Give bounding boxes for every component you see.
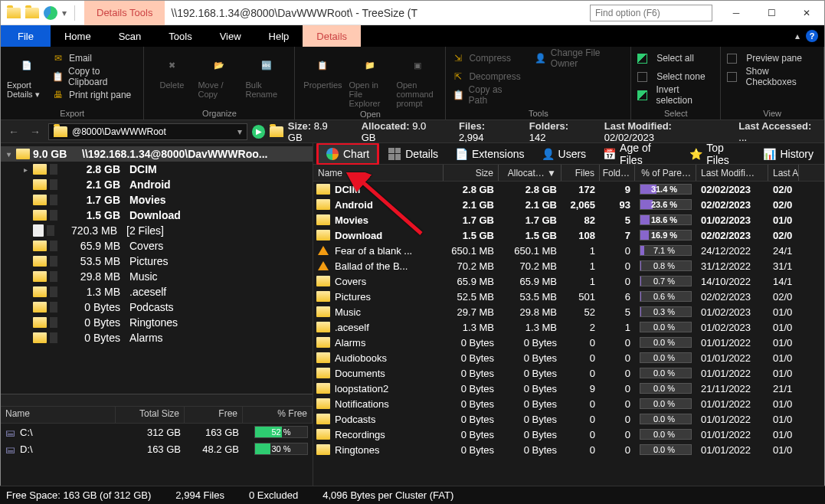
nav-back-icon[interactable]: ← xyxy=(5,126,22,138)
tab-chart[interactable]: Chart xyxy=(316,143,379,165)
col-allocated[interactable]: Allocat… ▼ xyxy=(499,165,561,181)
menu-home[interactable]: Home xyxy=(51,25,105,47)
export-details-button[interactable]: 📄 Export Details ▾ xyxy=(7,50,47,100)
list-item[interactable]: Documents0 Bytes0 Bytes000.0 %01/01/2022… xyxy=(313,365,824,381)
menu-scan[interactable]: Scan xyxy=(105,25,156,47)
menu-details[interactable]: Details xyxy=(303,25,361,47)
list-item[interactable]: Podcasts0 Bytes0 Bytes000.0 %01/01/20220… xyxy=(313,411,824,427)
col-modified[interactable]: Last Modifi… xyxy=(696,165,768,181)
col-name[interactable]: Name xyxy=(313,165,444,181)
col-files[interactable]: Files xyxy=(561,165,600,181)
move-copy-button[interactable]: 📂Move / Copy xyxy=(198,50,241,99)
delete-button[interactable]: ✖Delete xyxy=(150,50,193,90)
folder-tree[interactable]: ▾ 9.0 GB \\192.168.1.34@8000\DavWWWRoo..… xyxy=(1,143,313,394)
list-item[interactable]: Ballad of the B...70.2 MB70.2 MB100.8 %3… xyxy=(313,258,824,273)
list-item[interactable]: Notifications0 Bytes0 Bytes000.0 %01/01/… xyxy=(313,396,824,411)
col-folders[interactable]: Fold… xyxy=(600,165,635,181)
chart-icon: 📊 xyxy=(763,148,775,160)
compress-button[interactable]: ⇲Compress xyxy=(452,50,520,67)
col-size[interactable]: Size xyxy=(444,165,499,181)
window-title: \\192.168.1.34@8000\DavWWWRoot\ - TreeSi… xyxy=(165,7,590,19)
users-icon: 👤 xyxy=(542,148,554,160)
open-explorer-button[interactable]: 📁Open in File Explorer xyxy=(349,50,391,108)
list-item[interactable]: loopstation20 Bytes0 Bytes900.0 %21/11/2… xyxy=(313,381,824,396)
tab-extensions[interactable]: 📄Extensions xyxy=(447,145,532,163)
open-cmd-button[interactable]: ▣Open command prompt xyxy=(396,50,439,108)
show-checkboxes-toggle[interactable]: Show Checkboxes xyxy=(727,68,817,85)
tree-item[interactable]: 720.3 MB[2 Files] xyxy=(1,223,313,238)
list-item[interactable]: Pictures52.5 MB53.5 MB50160.6 %02/02/202… xyxy=(313,289,824,304)
maximize-button[interactable]: ☐ xyxy=(754,1,789,25)
address-input[interactable]: @8000\DavWWWRoot ▾ xyxy=(48,123,247,140)
drive-row[interactable]: 🖴C:\312 GB163 GB52 % xyxy=(1,424,313,440)
tree-item[interactable]: 2.1 GBAndroid xyxy=(1,177,313,192)
statusbar: Free Space: 163 GB (of 312 GB) 2,994 Fil… xyxy=(0,486,825,504)
tree-item[interactable]: 29.8 MBMusic xyxy=(1,269,313,284)
search-input[interactable] xyxy=(590,5,712,21)
list-item[interactable]: Movies1.7 GB1.7 GB82518.6 %01/02/202301/… xyxy=(313,212,824,227)
col-parent-pct[interactable]: % of Pare… xyxy=(635,165,696,181)
menu-file[interactable]: File xyxy=(1,25,51,47)
print-button[interactable]: 🖶Print right pane xyxy=(52,87,138,103)
tree-item[interactable]: 53.5 MBPictures xyxy=(1,254,313,269)
tree-item[interactable]: 0 BytesAlarms xyxy=(1,330,313,345)
list-item[interactable]: DCIM2.8 GB2.8 GB172931.4 %02/02/202302/0 xyxy=(313,182,824,197)
tab-details[interactable]: Details xyxy=(381,145,446,163)
bulk-rename-button[interactable]: 🔤Bulk Rename xyxy=(245,50,288,99)
preview-pane-toggle[interactable]: Preview pane xyxy=(727,50,817,67)
folder-icon xyxy=(270,126,283,137)
tree-item[interactable]: 1.5 GBDownload xyxy=(1,208,313,223)
list-item[interactable]: Audiobooks0 Bytes0 Bytes000.0 %01/01/202… xyxy=(313,350,824,365)
tree-item[interactable]: 65.9 MBCovers xyxy=(1,238,313,254)
tree-item[interactable]: 1.3 MB.aceself xyxy=(1,284,313,299)
copy-clipboard-button[interactable]: 📋Copy to Clipboard xyxy=(52,68,138,85)
menu-help[interactable]: Help xyxy=(255,25,303,47)
invert-selection-button[interactable]: Invert selection xyxy=(637,87,714,103)
tree-item[interactable]: 1.7 GBMovies xyxy=(1,192,313,208)
select-none-button[interactable]: Select none xyxy=(637,68,714,85)
scan-button[interactable]: ▶ xyxy=(252,125,265,139)
nav-fwd-icon[interactable]: → xyxy=(27,126,44,138)
qat-folder-icon[interactable] xyxy=(25,8,39,18)
close-button[interactable]: ✕ xyxy=(789,1,824,25)
list-item[interactable]: Music29.7 MB29.8 MB5250.3 %01/02/202301/… xyxy=(313,304,824,319)
tree-root[interactable]: ▾ 9.0 GB \\192.168.1.34@8000\DavWWWRoo..… xyxy=(1,146,313,162)
list-item[interactable]: Fear of a blank ...650.1 MB650.1 MB107.1… xyxy=(313,243,824,258)
status-excluded: 0 Excluded xyxy=(249,489,298,501)
minimize-button[interactable]: ─ xyxy=(719,1,754,25)
list-item[interactable]: Ringtones0 Bytes0 Bytes000.0 %01/01/2022… xyxy=(313,442,824,457)
list-item[interactable]: Download1.5 GB1.5 GB108716.9 %02/02/2023… xyxy=(313,227,824,243)
ribbon: 📄 Export Details ▾ ✉Email 📋Copy to Clipb… xyxy=(1,47,824,120)
tree-item[interactable]: ▸2.8 GBDCIM xyxy=(1,162,313,177)
drive-row[interactable]: 🖴D:\163 GB48.2 GB30 % xyxy=(1,440,313,457)
tab-users[interactable]: 👤Users xyxy=(534,145,594,163)
copy-path-button[interactable]: 📋Copy as Path xyxy=(452,87,520,103)
titlebar: ▾ Details Tools \\192.168.1.34@8000\DavW… xyxy=(1,1,824,25)
menu-tools[interactable]: Tools xyxy=(155,25,205,47)
tree-item[interactable]: 0 BytesRingtones xyxy=(1,315,313,330)
scrollbar[interactable] xyxy=(1,394,313,406)
col-accessed[interactable]: Last A… xyxy=(768,165,799,181)
status-cluster: 4,096 Bytes per Cluster (FAT) xyxy=(322,489,453,501)
list-item[interactable]: Covers65.9 MB65.9 MB100.7 %14/10/202214/… xyxy=(313,273,824,289)
pathbar: ← → @8000\DavWWWRoot ▾ ▶ Size: 8.9 GB Al… xyxy=(1,120,824,143)
tab-history[interactable]: 📊History xyxy=(755,145,821,163)
contextual-tab-label: Details Tools xyxy=(84,1,165,25)
file-list[interactable]: DCIM2.8 GB2.8 GB172931.4 %02/02/202302/0… xyxy=(313,182,824,503)
help-icon[interactable]: ? xyxy=(806,30,818,42)
list-item[interactable]: Alarms0 Bytes0 Bytes000.0 %01/01/202201/… xyxy=(313,335,824,350)
properties-button[interactable]: 📋Properties xyxy=(301,50,344,90)
select-all-button[interactable]: Select all xyxy=(637,50,714,67)
list-item[interactable]: Recordings0 Bytes0 Bytes000.0 %01/01/202… xyxy=(313,427,824,442)
folder-icon xyxy=(54,126,67,137)
list-item[interactable]: .aceself1.3 MB1.3 MB210.0 %01/02/202301/… xyxy=(313,319,824,335)
column-headers: Name Size Allocat… ▼ Files Fold… % of Pa… xyxy=(313,165,824,182)
list-item[interactable]: Android2.1 GB2.1 GB2,0659323.6 %02/02/20… xyxy=(313,197,824,212)
qat-open-icon[interactable] xyxy=(7,8,21,18)
app-icon xyxy=(44,6,57,20)
decompress-button[interactable]: ⇱Decompress xyxy=(452,68,520,85)
menu-view[interactable]: View xyxy=(206,25,255,47)
email-button[interactable]: ✉Email xyxy=(52,50,138,67)
tree-item[interactable]: 0 BytesPodcasts xyxy=(1,299,313,315)
change-owner-button[interactable]: 👤Change File Owner xyxy=(535,50,624,67)
